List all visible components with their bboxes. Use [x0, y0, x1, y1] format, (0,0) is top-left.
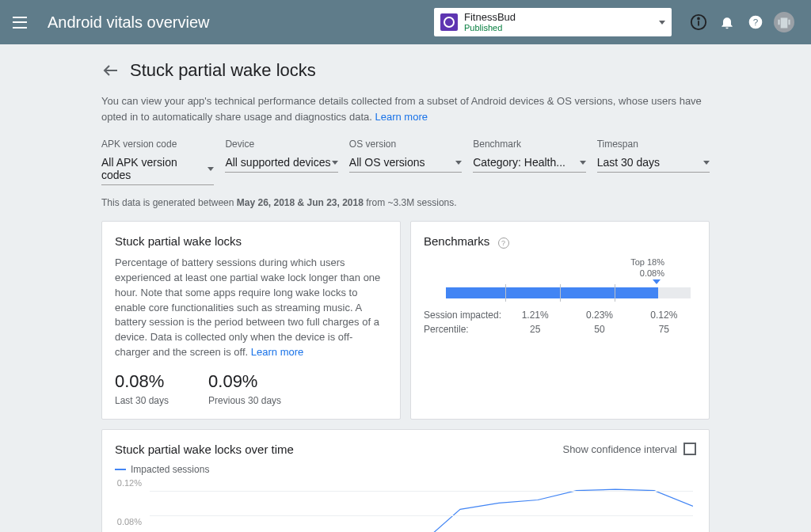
app-selector[interactable]: FitnessBud Published [434, 8, 672, 36]
top-app-bar: Android vitals overview FitnessBud Publi… [0, 0, 811, 44]
page-header: Stuck partial wake locks [101, 60, 710, 81]
card-title: Stuck partial wake locks [115, 234, 387, 248]
filter-os[interactable]: All OS versions [349, 154, 462, 173]
data-range-note: This data is generated between May 26, 2… [101, 197, 710, 208]
app-icon [440, 13, 458, 31]
filter-apk-label: APK version code [101, 139, 214, 150]
app-name: FitnessBud [464, 12, 659, 22]
filter-device[interactable]: All supported devices [225, 154, 337, 173]
benchmark-top-value: 0.08% [640, 268, 664, 279]
filter-timespan-label: Timespan [597, 139, 710, 150]
learn-more-link[interactable]: Learn more [375, 111, 427, 123]
confidence-interval-toggle[interactable]: Show confidence interval [562, 443, 696, 455]
chevron-down-icon [659, 21, 665, 25]
filter-bar: APK version code All APK version codes D… [101, 139, 710, 186]
chevron-down-icon [455, 161, 462, 165]
checkbox-icon [683, 443, 696, 455]
filter-benchmark-label: Benchmark [473, 139, 585, 150]
wake-locks-summary-card: Stuck partial wake locks Percentage of b… [101, 221, 401, 420]
svg-point-2 [698, 18, 699, 20]
help-icon[interactable]: ? [741, 8, 770, 36]
pointer-icon [653, 279, 661, 284]
metric-previous: 0.09% Previous 30 days [208, 371, 281, 406]
page-title: Stuck partial wake locks [130, 60, 316, 81]
chart: 0.12%0.08%0.04% Jun 6Jun 7Jun 8Jun 9Jun … [115, 478, 696, 532]
filter-apk[interactable]: All APK version codes [101, 154, 214, 185]
notifications-icon[interactable] [713, 8, 741, 36]
filter-device-label: Device [225, 139, 337, 150]
account-avatar[interactable] [770, 8, 798, 36]
chevron-down-icon [580, 161, 586, 165]
metric-current: 0.08% Last 30 days [115, 371, 169, 406]
svg-point-6 [782, 20, 786, 23]
benchmark-bar [424, 284, 696, 302]
card-title: Stuck partial wake locks over time [115, 443, 294, 456]
chevron-down-icon [208, 167, 214, 171]
benchmark-table: Session impacted: 1.21% 0.23% 0.12% Perc… [424, 310, 696, 335]
card-body: Percentage of battery sessions during wh… [115, 256, 380, 358]
filter-os-label: OS version [349, 139, 462, 150]
back-arrow-icon[interactable] [101, 61, 120, 80]
page-description: You can view your app's technical perfor… [101, 93, 710, 124]
help-icon[interactable]: ? [498, 238, 509, 249]
time-series-card: Stuck partial wake locks over time Show … [101, 429, 710, 532]
chart-legend: Impacted sessions [115, 464, 696, 475]
learn-more-link[interactable]: Learn more [251, 346, 303, 358]
card-title: Benchmarks ? [424, 234, 696, 249]
filter-timespan[interactable]: Last 30 days [597, 154, 710, 173]
benchmarks-card: Benchmarks ? Top 18% 0.08% Session impac… [410, 221, 710, 420]
filter-benchmark[interactable]: Category: Health... [473, 154, 585, 173]
info-icon[interactable] [684, 8, 713, 36]
svg-text:?: ? [753, 17, 759, 27]
benchmark-top-label: Top 18% [630, 256, 664, 268]
app-status: Published [464, 24, 659, 32]
chevron-down-icon [332, 161, 338, 165]
app-bar-title: Android vitals overview [48, 13, 210, 32]
chevron-down-icon [703, 161, 710, 165]
menu-icon[interactable] [13, 13, 32, 32]
